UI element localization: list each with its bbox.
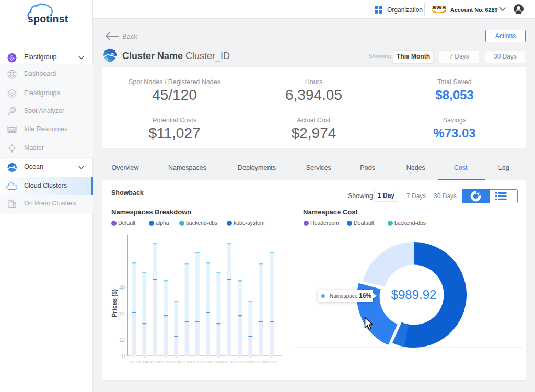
svg-text:24: 24	[119, 312, 125, 317]
svg-text:0: 0	[122, 353, 125, 359]
svg-text:11:15: 11:15	[160, 360, 171, 364]
svg-text:12:00: 12:00	[235, 360, 246, 364]
svg-text:12:00: 12:00	[213, 360, 224, 364]
svg-text:12:00: 12:00	[203, 360, 214, 364]
svg-text:12: 12	[119, 337, 125, 343]
svg-text:10:45: 10:45	[139, 360, 150, 364]
svg-text:12:00: 12:00	[266, 360, 277, 364]
svg-text:11:45: 11:45	[182, 360, 192, 364]
svg-text:12:00: 12:00	[224, 360, 235, 364]
svg-text:11:30: 11:30	[171, 360, 181, 364]
svg-text:12:00: 12:00	[245, 360, 256, 364]
svg-text:11:00: 11:00	[150, 360, 160, 364]
svg-text:10:30: 10:30	[129, 360, 139, 364]
svg-text:12:00: 12:00	[192, 360, 203, 364]
svg-text:12:00: 12:00	[256, 360, 267, 364]
svg-text:48: 48	[119, 285, 125, 291]
